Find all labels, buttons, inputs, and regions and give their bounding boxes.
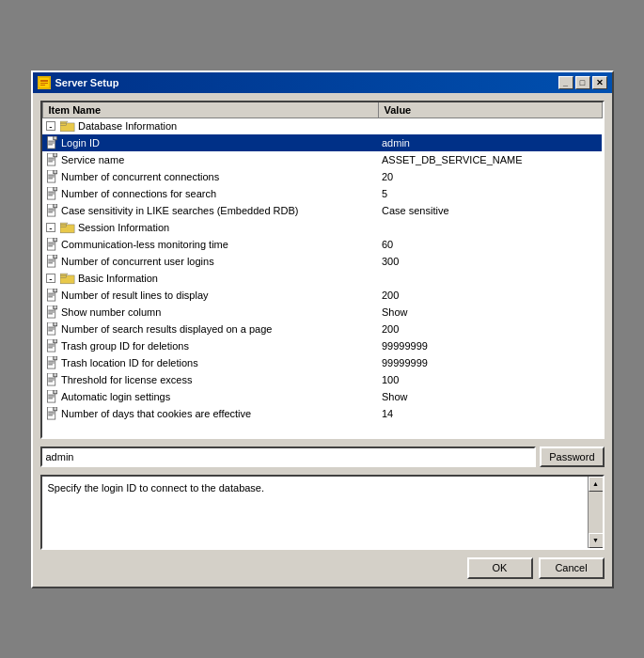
table-row[interactable]: Threshold for license excess100 (42, 371, 602, 388)
svg-rect-28 (48, 192, 55, 193)
item-label: Number of search results displayed on a … (61, 323, 272, 335)
table-row[interactable]: Number of concurrent connections20 (42, 168, 602, 185)
svg-rect-45 (48, 245, 53, 246)
svg-marker-6 (60, 121, 68, 123)
login-id-input[interactable] (40, 446, 537, 467)
item-label: Case sensitivity in LIKE searches (Embed… (61, 205, 299, 216)
login-input-row: Password (40, 446, 605, 467)
item-value: 200 (378, 321, 602, 337)
svg-rect-38 (60, 224, 66, 227)
section-label: Session Information (78, 222, 169, 233)
svg-rect-65 (48, 312, 55, 313)
svg-rect-90 (48, 381, 53, 382)
col-value-header: Value (378, 102, 602, 118)
table-row[interactable]: Service nameASSET_DB_SERVICE_NAME (42, 151, 602, 168)
description-text: Specify the login ID to connect to the d… (42, 477, 603, 499)
window-body: Item Name Value - Database Information L… (33, 93, 612, 587)
item-value: 300 (378, 253, 602, 270)
svg-rect-16 (48, 158, 55, 159)
window-icon (38, 76, 51, 89)
item-label: Automatic login settings (61, 391, 170, 402)
svg-rect-50 (48, 261, 55, 262)
item-label: Number of concurrent user logins (61, 256, 214, 267)
minimize-button[interactable]: _ (558, 76, 573, 89)
table-row[interactable]: Number of search results displayed on a … (42, 321, 602, 337)
svg-marker-39 (60, 223, 68, 225)
table-row[interactable]: Communication-less monitoring time60 (42, 236, 602, 253)
button-row: OK Cancel (40, 557, 605, 579)
svg-marker-54 (60, 274, 68, 275)
item-label: Communication-less monitoring time (61, 239, 228, 250)
close-button[interactable]: ✕ (592, 76, 607, 89)
title-bar: Server Setup _ □ ✕ (33, 72, 612, 93)
section-label: Database Information (78, 120, 177, 132)
table-row[interactable]: Number of days that cookies are effectiv… (42, 405, 602, 422)
svg-rect-75 (54, 339, 57, 343)
item-label: Number of result lines to display (61, 290, 209, 301)
item-label: Number of connections for search (61, 188, 216, 199)
svg-rect-53 (60, 274, 66, 277)
item-label: Login ID (61, 137, 100, 149)
table-row[interactable]: Login IDadmin (42, 134, 602, 151)
svg-rect-101 (48, 414, 55, 415)
expand-icon[interactable]: - (46, 223, 55, 232)
svg-rect-1 (40, 80, 48, 82)
table-row[interactable]: Automatic login settingsShow (42, 388, 602, 405)
svg-rect-2 (40, 83, 48, 84)
svg-rect-23 (48, 177, 55, 178)
svg-rect-81 (54, 356, 57, 360)
table-row[interactable]: Number of concurrent user logins300 (42, 253, 602, 270)
svg-rect-63 (54, 306, 57, 309)
svg-rect-77 (48, 346, 55, 347)
svg-rect-96 (48, 398, 53, 399)
settings-table: Item Name Value - Database Information L… (42, 102, 603, 423)
svg-rect-64 (48, 310, 55, 311)
svg-rect-72 (48, 330, 53, 331)
table-row[interactable]: Show number columnShow (42, 304, 602, 321)
table-row[interactable]: - Database Information (42, 118, 602, 134)
svg-rect-15 (54, 153, 57, 157)
password-button[interactable]: Password (540, 446, 604, 467)
table-row[interactable]: Number of connections for search5 (42, 185, 602, 202)
expand-icon[interactable]: - (46, 121, 55, 131)
svg-rect-100 (48, 412, 55, 413)
table-row[interactable]: Case sensitivity in LIKE searches (Embed… (42, 202, 602, 219)
maximize-button[interactable]: □ (575, 76, 590, 89)
table-row[interactable]: Trash group ID for deletions99999999 (42, 337, 602, 354)
tree-container[interactable]: Item Name Value - Database Information L… (40, 101, 605, 439)
svg-rect-42 (54, 238, 57, 242)
svg-rect-17 (48, 160, 55, 161)
svg-rect-51 (48, 262, 53, 263)
svg-rect-33 (54, 204, 57, 208)
svg-rect-66 (48, 313, 53, 314)
table-row[interactable]: Trash location ID for deletions99999999 (42, 354, 602, 371)
item-label: Trash location ID for deletions (61, 357, 198, 368)
expand-icon[interactable]: - (46, 274, 55, 283)
svg-rect-87 (54, 373, 57, 377)
scroll-up-arrow[interactable]: ▲ (589, 477, 604, 492)
svg-rect-36 (48, 212, 53, 212)
svg-rect-76 (48, 344, 55, 345)
item-value: 60 (378, 236, 602, 253)
svg-rect-30 (48, 195, 53, 196)
scroll-down-arrow[interactable]: ▼ (589, 533, 604, 548)
title-bar-left: Server Setup (38, 76, 119, 89)
cancel-button[interactable]: Cancel (539, 557, 605, 579)
item-value: 14 (378, 405, 602, 422)
svg-rect-21 (54, 170, 57, 174)
svg-rect-70 (48, 327, 55, 328)
svg-rect-95 (48, 397, 55, 398)
svg-rect-44 (48, 244, 55, 245)
title-buttons: _ □ ✕ (558, 76, 607, 89)
svg-rect-18 (48, 161, 53, 162)
svg-rect-48 (54, 255, 57, 258)
svg-rect-34 (48, 209, 55, 210)
ok-button[interactable]: OK (467, 557, 533, 579)
item-value: 5 (378, 185, 602, 202)
table-row[interactable]: - Basic Information (42, 270, 602, 287)
item-value: admin (378, 134, 602, 151)
table-row[interactable]: - Session Information (42, 219, 602, 236)
svg-rect-69 (54, 322, 57, 326)
svg-rect-11 (48, 143, 55, 144)
table-row[interactable]: Number of result lines to display200 (42, 287, 602, 304)
